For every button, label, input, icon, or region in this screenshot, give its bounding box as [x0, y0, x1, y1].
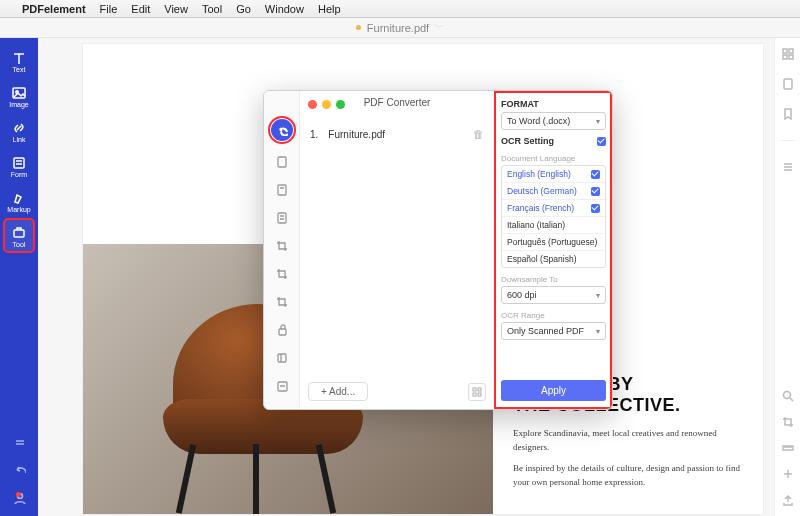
svg-rect-9 [278, 354, 286, 362]
doc-language-label: Document Language [501, 154, 606, 163]
ocr-icon[interactable] [275, 379, 289, 393]
left-sidebar: Text Image Link Form Markup Tool [0, 38, 38, 516]
markup-icon [11, 190, 27, 206]
file-index: 1. [310, 129, 318, 140]
list-icon[interactable] [782, 161, 794, 173]
link-icon [11, 120, 27, 136]
language-option[interactable]: Français (French) [502, 200, 605, 217]
svg-rect-5 [278, 157, 286, 167]
pdf-converter-dialog: PDF Converter 1. Furniture.pdf 🗑 + Add..… [263, 90, 613, 410]
svg-rect-15 [783, 49, 787, 53]
page-icon[interactable] [275, 183, 289, 197]
page-icon[interactable] [275, 211, 289, 225]
downsample-label: Downsample To [501, 275, 606, 284]
downsample-select[interactable]: 600 dpi▾ [501, 286, 606, 304]
page-icon[interactable] [275, 155, 289, 169]
lock-icon[interactable] [275, 323, 289, 337]
svg-rect-12 [478, 388, 481, 391]
svg-rect-11 [473, 388, 476, 391]
thumbnails-icon[interactable] [782, 48, 794, 60]
apply-button[interactable]: Apply [501, 380, 606, 401]
svg-rect-18 [789, 55, 793, 59]
svg-rect-14 [478, 393, 481, 396]
sidebar-item-image[interactable]: Image [4, 79, 34, 112]
menu-window[interactable]: Window [265, 3, 304, 15]
checkbox-icon [591, 204, 600, 213]
chevron-down-icon: ▾ [596, 291, 600, 300]
menu-edit[interactable]: Edit [131, 3, 150, 15]
svg-rect-6 [278, 185, 286, 195]
compress-icon[interactable] [275, 351, 289, 365]
svg-rect-19 [784, 79, 792, 89]
image-icon [11, 85, 27, 101]
menu-tool[interactable]: Tool [202, 3, 222, 15]
sidebar-item-tool[interactable]: Tool [4, 219, 34, 252]
sidebar-undo[interactable] [12, 462, 26, 480]
sidebar-item-markup[interactable]: Markup [4, 184, 34, 217]
convert-tool-button[interactable] [271, 119, 293, 141]
doc-paragraph: Explore Scandinavia, meet local creative… [513, 427, 748, 454]
add-file-button[interactable]: + Add... [308, 382, 368, 401]
bookmark-icon[interactable] [782, 108, 794, 120]
ocr-enable-checkbox[interactable] [597, 137, 606, 146]
sidebar-account[interactable] [12, 490, 26, 508]
svg-rect-17 [783, 55, 787, 59]
crop-icon[interactable] [275, 239, 289, 253]
ocr-range-label: OCR Range [501, 311, 606, 320]
ruler-icon[interactable] [782, 442, 794, 454]
modal-toolstrip [264, 91, 300, 409]
chevron-down-icon[interactable]: ﹀ [435, 21, 444, 34]
language-option[interactable]: Español (Spanish) [502, 251, 605, 267]
chevron-down-icon: ▾ [596, 327, 600, 336]
sidebar-collapse[interactable] [12, 434, 26, 452]
search-icon[interactable] [782, 390, 794, 402]
menu-view[interactable]: View [164, 3, 188, 15]
sidebar-label: Text [13, 66, 26, 73]
language-option[interactable]: Deutsch (German) [502, 183, 605, 200]
sidebar-label: Image [9, 101, 28, 108]
ocr-setting-label: OCR Setting [501, 136, 554, 146]
format-label: FORMAT [501, 99, 606, 109]
sidebar-item-form[interactable]: Form [4, 149, 34, 182]
language-option[interactable]: Italiano (Italian) [502, 217, 605, 234]
page-icon[interactable] [782, 78, 794, 90]
svg-point-20 [783, 392, 790, 399]
sidebar-item-link[interactable]: Link [4, 114, 34, 147]
sidebar-label: Markup [7, 206, 30, 213]
view-grid-button[interactable] [468, 383, 486, 401]
language-option[interactable]: English (English) [502, 166, 605, 183]
window-titlebar: Furniture.pdf ﹀ [0, 18, 800, 38]
sidebar-label: Tool [13, 241, 26, 248]
document-canvas: INSPIRED BYTHE COLLECTIVE. Explore Scand… [38, 38, 774, 516]
format-select[interactable]: To Word (.docx)▾ [501, 112, 606, 130]
notify-badge [16, 492, 21, 497]
svg-rect-13 [473, 393, 476, 396]
remove-file-icon[interactable]: 🗑 [473, 128, 484, 140]
doc-paragraph: Be inspired by the details of culture, d… [513, 462, 748, 489]
doc-status-icon [356, 25, 361, 30]
share-icon[interactable] [782, 494, 794, 506]
menu-file[interactable]: File [100, 3, 118, 15]
language-list: English (English) Deutsch (German) Franç… [501, 165, 606, 268]
svg-rect-7 [278, 213, 286, 223]
sidebar-label: Link [13, 136, 26, 143]
sidebar-item-text[interactable]: Text [4, 44, 34, 77]
language-option[interactable]: Português (Portuguese) [502, 234, 605, 251]
plus-icon[interactable] [782, 468, 794, 480]
crop-icon[interactable] [782, 416, 794, 428]
crop-icon[interactable] [275, 267, 289, 281]
right-toolbar [774, 38, 800, 516]
file-row[interactable]: 1. Furniture.pdf 🗑 [310, 125, 484, 143]
app-name[interactable]: PDFelement [22, 3, 86, 15]
file-list: 1. Furniture.pdf 🗑 [300, 117, 494, 151]
crop-icon[interactable] [275, 295, 289, 309]
file-name: Furniture.pdf [328, 129, 385, 140]
ocr-range-select[interactable]: Only Scanned PDF▾ [501, 322, 606, 340]
menu-go[interactable]: Go [236, 3, 251, 15]
text-icon [11, 50, 27, 66]
convert-settings-panel: FORMAT To Word (.docx)▾ OCR Setting Docu… [494, 91, 612, 409]
menu-help[interactable]: Help [318, 3, 341, 15]
checkbox-icon [591, 170, 600, 179]
form-icon [11, 155, 27, 171]
svg-rect-8 [279, 329, 286, 335]
